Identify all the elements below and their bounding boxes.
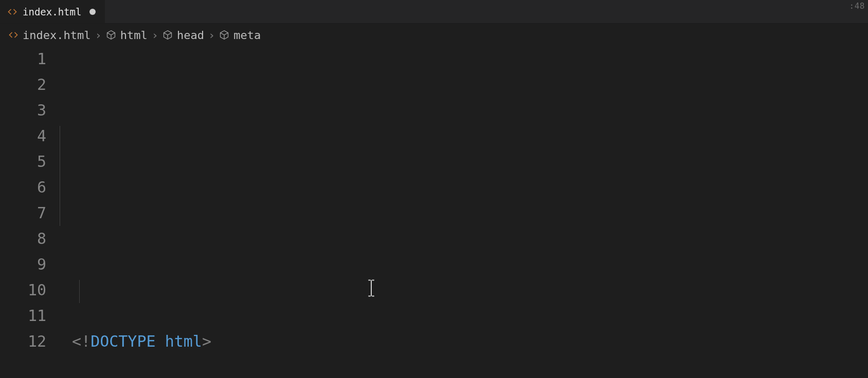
html-file-icon xyxy=(7,7,17,17)
symbol-icon xyxy=(219,30,229,40)
breadcrumb-file[interactable]: index.html xyxy=(8,29,91,42)
line-number: 8 xyxy=(0,226,46,252)
code-area[interactable]: <!DOCTYPE html> <html lang="en"> <head> … xyxy=(58,46,868,378)
breadcrumb-label: html xyxy=(120,29,148,42)
unsaved-indicator-icon xyxy=(89,9,96,15)
breadcrumb-label: meta xyxy=(233,29,261,42)
chevron-right-icon: › xyxy=(151,29,159,42)
clock-fragment: :48 xyxy=(849,1,865,11)
line-number: 2 xyxy=(0,72,46,98)
breadcrumb-meta[interactable]: meta xyxy=(219,29,261,42)
tab-filename: index.html xyxy=(23,6,81,17)
breadcrumb-file-label: index.html xyxy=(23,29,91,42)
line-number: 10 xyxy=(0,277,46,303)
line-number: 11 xyxy=(0,303,46,329)
code-line[interactable]: <!DOCTYPE html> xyxy=(72,329,868,354)
code-editor[interactable]: 1 2 3 4 5 6 7 8 9 10 11 12 <!DOCTYPE htm… xyxy=(0,46,868,378)
breadcrumb-label: head xyxy=(177,29,204,42)
indent-guide xyxy=(60,126,60,226)
line-number: 6 xyxy=(0,175,46,200)
line-number: 12 xyxy=(0,329,46,354)
line-number: 4 xyxy=(0,123,46,149)
chevron-right-icon: › xyxy=(94,29,102,42)
line-number-gutter: 1 2 3 4 5 6 7 8 9 10 11 12 xyxy=(0,46,58,378)
symbol-icon xyxy=(162,30,173,40)
line-number: 7 xyxy=(0,200,46,226)
text-cursor-icon xyxy=(306,253,376,330)
line-number: 3 xyxy=(0,98,46,123)
breadcrumb: index.html › html › head › meta xyxy=(0,24,868,46)
line-number: 1 xyxy=(0,46,46,72)
line-number: 5 xyxy=(0,149,46,175)
breadcrumb-head[interactable]: head xyxy=(162,29,204,42)
chevron-right-icon: › xyxy=(207,29,216,42)
indent-guide xyxy=(79,280,80,303)
breadcrumb-html[interactable]: html xyxy=(106,29,148,42)
line-number: 9 xyxy=(0,252,46,277)
editor-tab-index-html[interactable]: index.html xyxy=(0,0,105,23)
tab-bar: index.html :48 xyxy=(0,0,868,24)
symbol-icon xyxy=(106,30,116,40)
